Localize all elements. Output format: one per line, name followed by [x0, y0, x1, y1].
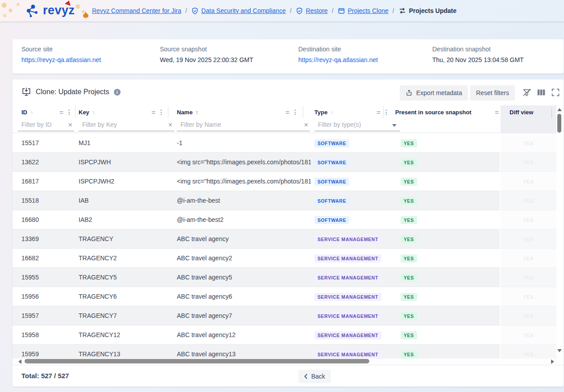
export-metadata-button[interactable]: Export metadata	[400, 85, 468, 100]
cell-present: YES	[401, 191, 417, 210]
cell-type: SERVICE MANAGEMENT	[314, 268, 381, 287]
column-header-present[interactable]: Present in source snapshot =	[395, 105, 499, 119]
table-row[interactable]: 16817ISPCPJWH2<img src="https://images.p…	[13, 172, 500, 191]
breadcrumb-link[interactable]: Revyz Command Center for Jira	[92, 7, 181, 14]
diff-cell: YES	[501, 210, 556, 229]
diff-cell: YES	[501, 268, 556, 287]
horizontal-scrollbar-thumb[interactable]	[25, 359, 369, 363]
fullscreen-icon[interactable]	[550, 88, 561, 98]
reset-filters-button[interactable]: Reset filters	[470, 85, 515, 100]
column-divider	[383, 106, 384, 118]
column-header-type[interactable]: Type ↑↓ = ⋮	[314, 105, 389, 119]
diff-cell: YES	[501, 306, 556, 325]
column-menu-icon[interactable]: ⋮	[158, 108, 164, 116]
cell-key: MJ1	[79, 133, 90, 152]
cell-name: ABC travel agency5	[177, 268, 311, 287]
shield-check-icon	[191, 7, 199, 15]
table-row[interactable]: 16680IAB2@i-am-the-best2SOFTWAREYES	[13, 210, 500, 229]
table-row[interactable]: 15957TRAGENCY7ABC travel agency7SERVICE …	[13, 306, 500, 325]
cell-name: -1	[177, 133, 311, 152]
columns-icon[interactable]	[536, 88, 547, 98]
clear-filter-icon[interactable]: ×	[304, 121, 308, 129]
column-resize-handle[interactable]: =	[495, 108, 499, 116]
snowflake-decoration: ❄	[3, 13, 7, 19]
breadcrumb-link[interactable]: Data Security and Compliance	[201, 7, 286, 14]
breadcrumb-item-restore[interactable]: Restore	[296, 7, 328, 15]
breadcrumb-item-command-center[interactable]: Revyz Command Center for Jira	[92, 7, 181, 14]
table-row[interactable]: 15518IAB@i-am-the-bestSOFTWAREYES	[13, 191, 500, 210]
type-badge: SOFTWARE	[314, 158, 349, 167]
cell-name: ABC travel agency2	[177, 249, 311, 267]
filter-id: ×	[18, 120, 74, 131]
vertical-scrollbar[interactable]	[556, 105, 563, 364]
breadcrumb-separator: /	[332, 7, 334, 14]
cell-key: IAB	[79, 191, 89, 210]
filter-id-input[interactable]	[18, 120, 74, 131]
column-menu-icon[interactable]: ⋮	[383, 108, 389, 116]
filter-name-input[interactable]	[177, 120, 310, 131]
table-row[interactable]: 15517MJ1-1SOFTWAREYES	[13, 133, 500, 153]
destination-site-link[interactable]: https://revyz-qa.atlassian.net	[298, 56, 378, 63]
breadcrumb-link[interactable]: Restore	[306, 7, 328, 14]
present-badge: YES	[401, 274, 417, 282]
top-navigation-bar: ❄ ❅ ❄ ❅ revyz ❄ ❅ Revyz Command Center f…	[0, 0, 564, 21]
breadcrumb-separator: /	[290, 7, 292, 14]
table-row[interactable]: 15955TRAGENCY5ABC travel agency5SERVICE …	[13, 268, 500, 287]
sort-ascending-icon[interactable]: ↑	[195, 109, 198, 116]
scroll-left-arrow[interactable]	[18, 359, 21, 364]
column-resize-handle[interactable]: =	[59, 108, 63, 116]
cell-id: 15517	[21, 133, 39, 152]
column-resize-handle[interactable]: =	[376, 108, 380, 116]
sort-icon[interactable]: ↑↓	[30, 110, 33, 115]
diff-view-header[interactable]: Diff view	[501, 105, 556, 133]
scroll-down-arrow[interactable]	[557, 349, 562, 352]
clear-filter-icon[interactable]: ×	[168, 121, 172, 129]
table-row[interactable]: 13622ISPCPJWH<img src="https://images.pe…	[13, 153, 500, 172]
table-row[interactable]: 13369TRAGENCYABC travel agencySERVICE MA…	[13, 229, 500, 249]
clear-filter-icon[interactable]: ×	[68, 121, 72, 129]
type-badge: SERVICE MANAGEMENT	[314, 235, 381, 243]
table-row[interactable]: 16682TRAGENCY2ABC travel agency2SERVICE …	[13, 249, 500, 268]
column-label: ID	[21, 109, 27, 116]
scroll-up-arrow[interactable]	[557, 108, 562, 111]
present-badge: YES	[401, 197, 417, 205]
cell-present: YES	[401, 325, 417, 344]
table-row[interactable]: 15958TRAGENCY12ABC travel agency12SERVIC…	[13, 325, 500, 345]
breadcrumb: Revyz Command Center for Jira / Data Sec…	[92, 7, 456, 15]
destination-snapshot-label: Destination snapshot	[432, 46, 524, 53]
destination-snapshot-value: Thu, 20 Nov 2025 13:04:58 GMT	[432, 56, 524, 63]
column-header-key[interactable]: Key ↑↓ = ⋮	[79, 105, 164, 119]
cell-key: TRAGENCY7	[79, 306, 117, 325]
breadcrumb-item-projects-clone[interactable]: Projects Clone	[338, 7, 389, 15]
column-resize-handle[interactable]: =	[285, 108, 289, 116]
snowflake-decoration: ❄	[75, 3, 81, 11]
column-menu-icon[interactable]: ⋮	[66, 108, 72, 116]
info-icon[interactable]: i	[114, 89, 121, 96]
back-button[interactable]: Back	[298, 370, 331, 383]
source-site-link[interactable]: https://revyz-qa.atlassian.net	[21, 56, 101, 63]
sort-icon[interactable]: ↑↓	[330, 110, 333, 115]
filter-off-icon[interactable]	[522, 88, 532, 98]
diff-value: YES	[523, 352, 534, 357]
horizontal-scrollbar[interactable]	[13, 359, 556, 364]
present-badge: YES	[401, 216, 417, 224]
diff-rows: YESYESYESYESYESYESYESYESYESYESYESYES	[501, 133, 556, 364]
breadcrumb-item-data-security[interactable]: Data Security and Compliance	[191, 7, 286, 15]
filter-key-input[interactable]	[79, 120, 174, 131]
column-header-name[interactable]: Name ↑ = ⋮	[177, 105, 298, 119]
cell-id: 15955	[21, 268, 39, 287]
table-row[interactable]: 15956TRAGENCY6ABC travel agency6SERVICE …	[13, 287, 500, 306]
sort-icon[interactable]: ↑↓	[92, 110, 95, 115]
source-site-label: Source site	[21, 46, 101, 53]
scroll-right-arrow[interactable]	[551, 359, 554, 364]
chevron-down-icon[interactable]	[392, 124, 397, 127]
revyz-logo[interactable]: ❄ ❅ ❄ ❅ revyz ❄ ❅	[0, 0, 88, 21]
present-badge: YES	[401, 331, 417, 339]
column-menu-icon[interactable]: ⋮	[292, 108, 298, 116]
column-resize-handle[interactable]: =	[151, 108, 155, 116]
column-header-id[interactable]: ID ↑↓ = ⋮	[21, 105, 72, 119]
vertical-scrollbar-thumb[interactable]	[557, 114, 561, 133]
breadcrumb-separator: /	[393, 7, 394, 14]
breadcrumb-link[interactable]: Projects Clone	[348, 7, 389, 14]
filter-type-select[interactable]: Filter by type(s)	[314, 120, 400, 131]
